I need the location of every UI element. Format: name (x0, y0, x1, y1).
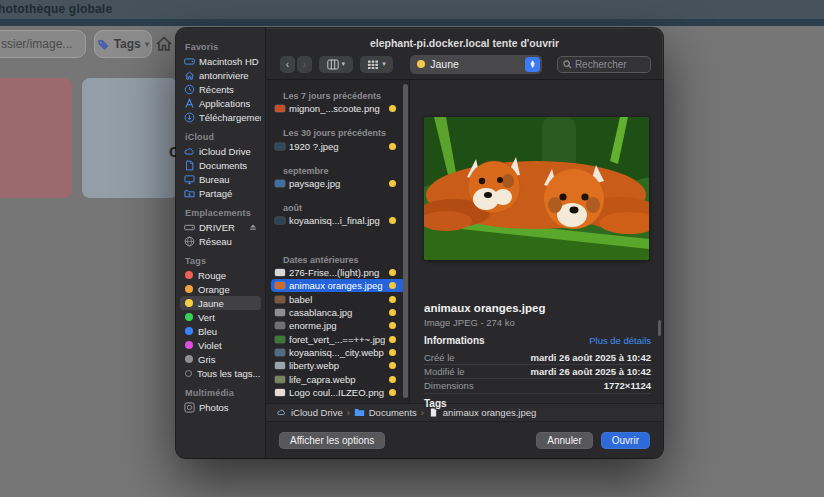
sidebar-item-rouge[interactable]: Rouge (180, 268, 261, 282)
file-name: koyaanisq..._city.webp (289, 347, 385, 358)
gallery-view-button[interactable]: ▾ (360, 56, 394, 73)
sidebar-item-label: Documents (199, 160, 247, 171)
yellow-tag-dot (389, 322, 396, 329)
sidebar-section-emplacements: EmplacementsDRIVERRéseau (176, 208, 265, 248)
sidebar-item-telechargemen[interactable]: Téléchargemen... (180, 110, 261, 124)
path-separator: › (421, 408, 424, 418)
sidebar-item-bureau[interactable]: Bureau (180, 172, 261, 186)
preview-file-meta: Image JPEG - 274 ko (424, 317, 651, 328)
network-icon (184, 236, 195, 247)
tag-filter-select[interactable]: Jaune ▲▼ (410, 55, 542, 74)
sidebar-item-macintosh-hd[interactable]: Macintosh HD (180, 54, 261, 68)
gris-tag-dot (185, 355, 193, 363)
shared-folder-icon (184, 188, 195, 199)
sidebar-item-photos[interactable]: Photos (180, 400, 261, 414)
path-segment-icloud-drive[interactable]: iCloud Drive (276, 407, 343, 418)
document-icon (184, 160, 195, 171)
sidebar-item-antonriviere[interactable]: antonriviere (180, 68, 261, 82)
file-thumbnail (275, 269, 285, 276)
sidebar-item-label: Téléchargemen... (199, 112, 261, 123)
sidebar-item-partage[interactable]: Partagé (180, 186, 261, 200)
list-scrollbar[interactable] (403, 84, 408, 398)
sidebar-item-jaune[interactable]: Jaune (180, 296, 261, 310)
file-icon (428, 408, 439, 417)
file-thumbnail (275, 180, 285, 187)
background-app-title: hotothèque globale (0, 2, 112, 16)
sidebar-item-gris[interactable]: Gris (180, 352, 261, 366)
sidebar-item-applications[interactable]: Applications (180, 96, 261, 110)
yellow-tag-dot (389, 389, 396, 396)
background-card-light (82, 78, 178, 198)
eject-icon[interactable] (249, 223, 257, 231)
file-row-liberty-webp[interactable]: liberty.webp (271, 359, 406, 372)
tags-filter-button[interactable]: Tags ▾ (94, 30, 152, 58)
sidebar-section-title: Tags (176, 256, 265, 268)
chevron-right-icon: › (303, 59, 306, 70)
forward-button[interactable]: › (297, 56, 312, 73)
back-button[interactable]: ‹ (280, 56, 295, 73)
info-label: Modifié le (424, 366, 465, 377)
rouge-tag-dot (185, 271, 193, 279)
file-row-life-capra-webp[interactable]: life_capra.webp (271, 373, 406, 386)
preview-pane: animaux oranges.jpeg Image JPEG - 274 ko… (409, 80, 663, 403)
home-icon[interactable] (154, 34, 174, 54)
dialog-main: elephant-pi.docker.local tente d'ouvrir … (266, 28, 663, 458)
file-list: Les 7 jours précédentsmignon_...scoote.p… (266, 80, 409, 403)
folder-path-input[interactable]: ssier/image... (0, 30, 86, 58)
sidebar-section-title: iCloud (176, 132, 265, 144)
file-row-babel[interactable]: babel (271, 292, 406, 305)
column-view-button[interactable]: ▾ (319, 56, 353, 73)
external-drive-icon (184, 222, 195, 233)
file-row-koyaanisq-city-webp[interactable]: koyaanisq..._city.webp (271, 346, 406, 359)
sidebar-item-violet[interactable]: Violet (180, 338, 261, 352)
sidebar-item-documents[interactable]: Documents (180, 158, 261, 172)
sidebar-section-tags: TagsRougeOrangeJauneVertBleuVioletGrisTo… (176, 256, 265, 380)
file-row-casablanca-jpg[interactable]: casablanca.jpg (271, 306, 406, 319)
file-name: foret_vert_...==++~.jpg (289, 334, 385, 345)
sidebar-item-orange[interactable]: Orange (180, 282, 261, 296)
sidebar-item-reseau[interactable]: Réseau (180, 234, 261, 248)
preview-scrollbar[interactable] (658, 320, 661, 336)
info-value: mardi 26 août 2025 à 10:42 (531, 366, 651, 377)
yellow-tag-dot (417, 60, 425, 68)
file-row-koyaanisq-i-final-jpg[interactable]: koyaanisq...i_final.jpg (271, 214, 406, 227)
orange-tag-dot (185, 285, 193, 293)
file-row-animaux-oranges-jpeg[interactable]: animaux oranges.jpeg (271, 279, 406, 292)
sidebar-section-icloud: iCloudiCloud DriveDocumentsBureauPartagé (176, 132, 265, 200)
file-row-enorme-jpg[interactable]: enorme.jpg (271, 319, 406, 332)
chevron-left-icon: ‹ (286, 59, 289, 70)
search-field[interactable] (557, 56, 651, 73)
sidebar-item-vert[interactable]: Vert (180, 310, 261, 324)
home-icon (184, 70, 195, 81)
sidebar-item-label: Orange (198, 284, 230, 295)
file-name: koyaanisq...i_final.jpg (289, 215, 385, 226)
file-name: 276-Frise...(light).png (289, 267, 385, 278)
yellow-tag-dot (389, 362, 396, 369)
file-row-foret-vert-jpg[interactable]: foret_vert_...==++~.jpg (271, 333, 406, 346)
cancel-button[interactable]: Annuler (536, 432, 592, 449)
file-group-header: Les 7 jours précédents (266, 91, 409, 102)
file-row-logo-coul-ilzeo-png[interactable]: Logo coul...ILZEO.png (271, 386, 406, 399)
file-row-paysage-jpg[interactable]: paysage.jpg (271, 177, 406, 190)
path-segment-documents[interactable]: Documents (354, 407, 417, 418)
clock-icon (184, 84, 195, 95)
yellow-tag-dot (389, 269, 396, 276)
yellow-tag-dot (389, 143, 396, 150)
more-details-link[interactable]: Plus de détails (589, 335, 651, 346)
file-group-les-7-jours-precedents: Les 7 jours précédentsmignon_...scoote.p… (266, 91, 409, 115)
sidebar-item-recents[interactable]: Récents (180, 82, 261, 96)
sidebar-item-driver[interactable]: DRIVER (180, 220, 261, 234)
show-options-button[interactable]: Afficher les options (279, 432, 385, 449)
sidebar-item-icloud-drive[interactable]: iCloud Drive (180, 144, 261, 158)
path-segment-label: iCloud Drive (291, 407, 343, 418)
search-input[interactable] (575, 59, 645, 70)
file-row-mignon-scoote-png[interactable]: mignon_...scoote.png (271, 102, 406, 115)
sidebar-item-bleu[interactable]: Bleu (180, 324, 261, 338)
open-button[interactable]: Ouvrir (601, 432, 650, 449)
sidebar-item-label: Applications (199, 98, 250, 109)
file-thumbnail (275, 336, 285, 343)
file-row-1920-jpeg[interactable]: 1920 ?.jpeg (271, 139, 406, 152)
file-row-276-frise-light-png[interactable]: 276-Frise...(light).png (271, 266, 406, 279)
sidebar-item-tous-les-tags[interactable]: Tous les tags... (180, 366, 261, 380)
sidebar-item-label: Gris (198, 354, 215, 365)
